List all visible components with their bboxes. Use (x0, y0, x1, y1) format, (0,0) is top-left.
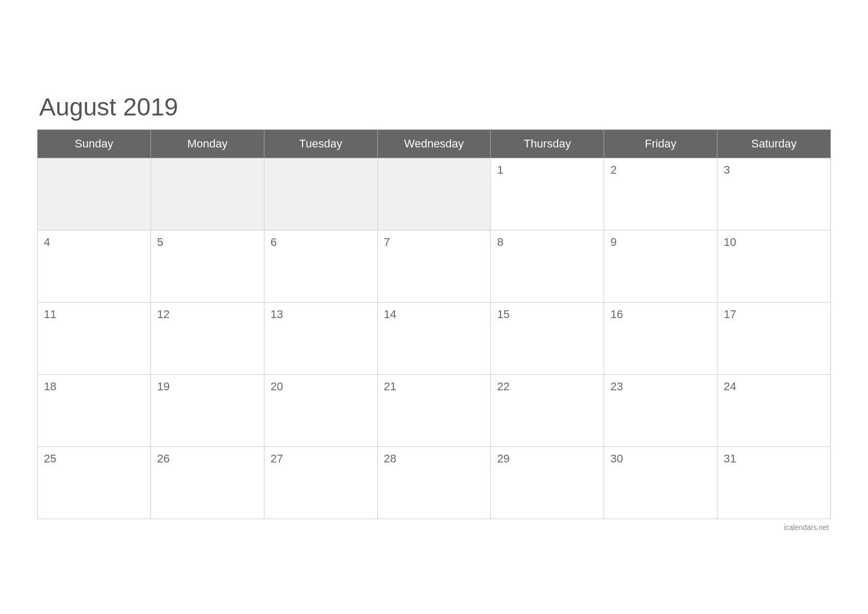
calendar-title: August 2019 (37, 93, 831, 121)
day-cell: 7 (377, 230, 491, 303)
header-cell-sunday: Sunday (38, 130, 151, 158)
day-cell: 18 (38, 375, 151, 447)
day-cell: 1 (491, 158, 604, 230)
calendar-table: SundayMondayTuesdayWednesdayThursdayFrid… (37, 129, 831, 519)
day-cell: 4 (38, 230, 151, 303)
week-row-3: 11121314151617 (38, 303, 831, 375)
day-cell: 23 (604, 375, 717, 447)
day-cell: 28 (377, 447, 491, 519)
day-cell: 21 (377, 375, 491, 447)
header-cell-tuesday: Tuesday (264, 130, 377, 158)
day-cell: 31 (717, 447, 831, 519)
day-cell: 6 (264, 230, 377, 303)
day-cell: 15 (491, 303, 604, 375)
day-cell: 27 (264, 447, 377, 519)
day-cell: 29 (491, 447, 604, 519)
day-cell: 26 (151, 447, 264, 519)
day-cell: 12 (151, 303, 264, 375)
day-cell: 10 (717, 230, 831, 303)
header-cell-friday: Friday (604, 130, 717, 158)
empty-cell (151, 158, 264, 230)
day-cell: 3 (717, 158, 831, 230)
day-cell: 8 (491, 230, 604, 303)
week-row-2: 45678910 (38, 230, 831, 303)
day-cell: 24 (717, 375, 831, 447)
header-cell-wednesday: Wednesday (377, 130, 491, 158)
header-cell-monday: Monday (151, 130, 264, 158)
header-cell-saturday: Saturday (717, 130, 831, 158)
day-cell: 17 (717, 303, 831, 375)
footer-credit: icalendars.net (37, 523, 831, 532)
day-cell: 2 (604, 158, 717, 230)
empty-cell (377, 158, 491, 230)
day-cell: 16 (604, 303, 717, 375)
day-cell: 20 (264, 375, 377, 447)
day-cell: 22 (491, 375, 604, 447)
week-row-5: 25262728293031 (38, 447, 831, 519)
week-row-4: 18192021222324 (38, 375, 831, 447)
empty-cell (38, 158, 151, 230)
day-cell: 9 (604, 230, 717, 303)
day-cell: 19 (151, 375, 264, 447)
header-cell-thursday: Thursday (491, 130, 604, 158)
day-cell: 11 (38, 303, 151, 375)
header-row: SundayMondayTuesdayWednesdayThursdayFrid… (38, 130, 831, 158)
week-row-1: 123 (38, 158, 831, 230)
day-cell: 30 (604, 447, 717, 519)
empty-cell (264, 158, 377, 230)
day-cell: 25 (38, 447, 151, 519)
day-cell: 5 (151, 230, 264, 303)
day-cell: 14 (377, 303, 491, 375)
day-cell: 13 (264, 303, 377, 375)
calendar-page: August 2019 SundayMondayTuesdayWednesday… (27, 72, 841, 542)
